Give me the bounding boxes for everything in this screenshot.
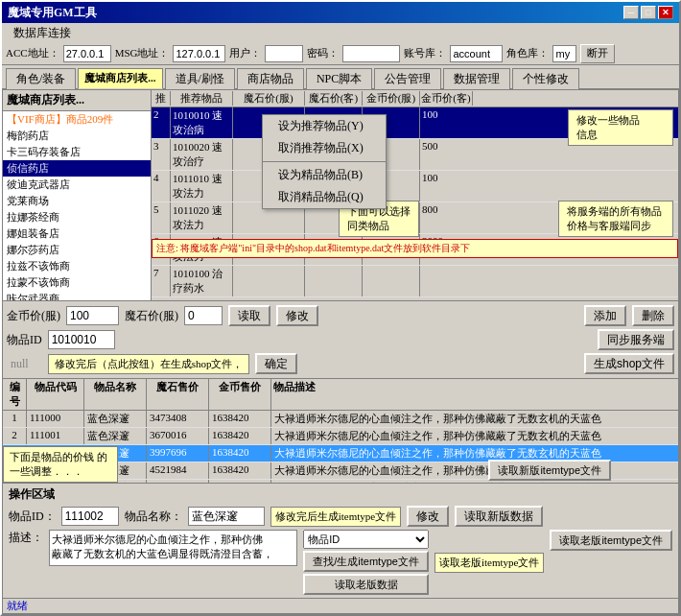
shop-item-8[interactable]: 拉兹不该饰商	[3, 258, 151, 274]
minimize-button[interactable]: ─	[623, 6, 639, 19]
right-panel: 推 推荐物品 魔石价(服) 魔石价(客) 金币价(服) 金币价(客) 2 101…	[152, 90, 678, 300]
msg-input[interactable]	[173, 45, 225, 62]
modify-button[interactable]: 修改	[276, 305, 318, 326]
null-display: null	[7, 355, 33, 373]
status-text: 就绪	[7, 599, 674, 613]
shop-list[interactable]: 【VIF商店】商品209件 梅韵药店 卡三码存装备店 侦信药店 彼迪克武器店 党…	[3, 111, 151, 300]
shop-item-7[interactable]: 娜尔莎药店	[3, 242, 151, 258]
gold-price-label: 金币价(服)	[7, 308, 60, 324]
bottom-row-1[interactable]: 1 111000 蓝色深邃 3473408 1638420 大禄逍师米尔德尼的心…	[3, 411, 678, 428]
tab-item[interactable]: 道具/刷怪	[165, 68, 235, 89]
col-desc: 物品描述	[271, 379, 678, 410]
role-input[interactable]	[552, 45, 576, 62]
middle-row-1: 金币价(服) 魔石价(服) 读取 修改 添加 删除	[7, 305, 674, 326]
bottom-row-2[interactable]: 2 111001 蓝色深邃 3670016 1638420 大禄逍师米尔德尼的心…	[3, 428, 678, 445]
bottom-rows[interactable]: 1 111000 蓝色深邃 3473408 1638420 大禄逍师米尔德尼的心…	[3, 411, 678, 483]
generate-shop-button[interactable]: 生成shop文件	[584, 353, 674, 374]
ctx-cancel-quality[interactable]: 取消精品物品(Q)	[263, 186, 386, 208]
tooltip-price-adjust: 下面是物品的价钱 的一些调整．．．	[3, 446, 118, 483]
top-section: 魔城商店列表... 【VIF商店】商品209件 梅韵药店 卡三码存装备店 侦信药…	[3, 90, 678, 301]
read-new-itemtype-btn[interactable]: 读取新版itemtype文件	[488, 460, 611, 481]
confirm-note: 修改完后（点此按纽）在生成shop文件，	[48, 354, 250, 374]
bottom-section: 编号 物品代码 物品名称 魔石售价 金币售价 物品描述 1 111000 蓝色深…	[3, 379, 678, 613]
user-label: 用户：	[229, 46, 261, 60]
shop-item-vip[interactable]: 【VIF商店】商品209件	[3, 111, 151, 128]
shop-item-4[interactable]: 党莱商场	[3, 193, 151, 209]
tab-shop[interactable]: 魔城商店列表...	[78, 68, 162, 89]
ctx-set-recommend[interactable]: 设为推荐物品(Y)	[263, 115, 386, 137]
product-row-3[interactable]: 4 1011010 速攻法力 100	[152, 171, 678, 202]
shop-item-5[interactable]: 拉娜茶经商	[3, 209, 151, 225]
tabs-row: 角色/装备 魔城商店列表... 道具/刷怪 商店物品 NPC脚本 公告管理 数据…	[2, 65, 679, 89]
maximize-button[interactable]: □	[641, 6, 656, 19]
pwd-input[interactable]	[342, 45, 400, 62]
tab-shop-item[interactable]: 商店物品	[237, 68, 304, 89]
main-content: 魔城商店列表... 【VIF商店】商品209件 梅韵药店 卡三码存装备店 侦信药…	[2, 89, 679, 614]
col-gold-cli: 金币价(客)	[420, 91, 473, 106]
acc-input[interactable]	[63, 45, 111, 62]
middle-section: 金币价(服) 魔石价(服) 读取 修改 添加 删除 物品ID 同步服务端 nul…	[3, 301, 678, 379]
desc-controls: 物品ID 查找/生成itemtype文件 读取老版数据	[303, 530, 429, 595]
shop-item-10[interactable]: 咔尔武器商	[3, 291, 151, 300]
bottom-table-header: 编号 物品代码 物品名称 魔石售价 金币售价 物品描述	[3, 379, 678, 411]
shop-item-1[interactable]: 梅韵药店	[3, 128, 151, 144]
col-ms-cli: 魔石价(客)	[305, 91, 363, 106]
status-bar: 就绪	[3, 598, 678, 613]
product-id-dropdown[interactable]: 物品ID	[303, 530, 429, 549]
db-label: 账号库：	[404, 46, 446, 60]
shop-list-header: 魔城商店列表...	[3, 90, 151, 111]
menu-item-db[interactable]: 数据库连接	[6, 23, 79, 43]
context-menu: 设为推荐物品(Y) 取消推荐物品(X) 设为精品物品(B) 取消精品物品(Q)	[262, 114, 387, 209]
main-window: 魔域专用GM工具 ─ □ ✕ 数据库连接 ACC地址： MSG地址： 用户： 密…	[0, 0, 681, 616]
role-label: 角色库：	[506, 46, 549, 60]
middle-row-2: 物品ID 同步服务端	[7, 329, 674, 350]
tab-role[interactable]: 角色/装备	[6, 68, 76, 89]
middle-row-3: null 修改完后（点此按纽）在生成shop文件， 确定 生成shop文件	[7, 353, 674, 374]
tab-npc[interactable]: NPC脚本	[306, 68, 372, 89]
ctx-set-quality[interactable]: 设为精品物品(B)	[263, 164, 386, 186]
db-input[interactable]	[450, 45, 503, 62]
col-ms-srv: 魔石价(服)	[233, 91, 305, 106]
confirm-button[interactable]: 确定	[255, 353, 297, 374]
read-button[interactable]: 读取	[228, 305, 270, 326]
shop-item-6[interactable]: 娜姐装备店	[3, 225, 151, 242]
product-id-input[interactable]	[48, 330, 115, 349]
read-old2-btn[interactable]: 读取老版itemtype文件	[550, 530, 672, 551]
product-row-6[interactable]: 7 1010100 治疗药水	[152, 266, 678, 297]
title-bar: 魔域专用GM工具 ─ □ ✕	[2, 2, 679, 23]
add-button[interactable]: 添加	[584, 305, 626, 326]
tab-data[interactable]: 数据管理	[443, 68, 510, 89]
ctx-cancel-recommend[interactable]: 取消推荐物品(X)	[263, 137, 386, 159]
ops-title: 操作区域	[9, 486, 672, 503]
ops-modify-btn[interactable]: 修改	[407, 506, 449, 527]
read-old-btn[interactable]: 读取老版数据	[303, 574, 429, 595]
col-extra	[473, 91, 678, 106]
shop-item-selected[interactable]: 侦信药店	[3, 160, 151, 177]
ms-price-input[interactable]	[184, 306, 223, 325]
delete-button[interactable]: 删除	[632, 305, 674, 326]
tab-custom[interactable]: 个性修改	[512, 68, 579, 89]
shop-item-2[interactable]: 卡三码存装备店	[3, 144, 151, 160]
close-button[interactable]: ✕	[658, 6, 673, 19]
tooltip-modify-info: 修改一些物品信息	[568, 109, 673, 146]
ms-price-label: 魔石价(服)	[125, 308, 178, 324]
ops-product-name-input[interactable]	[188, 507, 265, 526]
col-name: 物品名称	[84, 379, 147, 410]
shop-item-3[interactable]: 彼迪克武器店	[3, 177, 151, 193]
search-generate-btn[interactable]: 查找/生成itemtype文件	[303, 551, 429, 572]
tab-announce[interactable]: 公告管理	[374, 68, 441, 89]
col-code: 物品代码	[27, 379, 84, 410]
ops-product-id-label: 物品ID：	[9, 509, 56, 525]
ops-product-id-input[interactable]	[61, 507, 119, 526]
connect-button[interactable]: 断开	[580, 44, 615, 63]
user-input[interactable]	[265, 45, 303, 62]
shop-item-9[interactable]: 拉蒙不该饰商	[3, 274, 151, 291]
desc-textarea[interactable]: 大禄逍师米尔德尼的心血倾注之作，那种仿佛 蔽藏了无数玄机的大蓝色调显得既清澄目含…	[49, 530, 297, 566]
ops-area: 操作区域 物品ID： 物品名称： 修改完后生成itemtype文件 修改 读取新…	[3, 483, 678, 598]
acc-label: ACC地址：	[6, 46, 59, 60]
ops-read-new-btn[interactable]: 读取新版数据	[455, 506, 543, 527]
col-gold: 金币售价	[209, 379, 271, 410]
gold-price-input[interactable]	[66, 306, 119, 325]
read-old-itemtype-note: 读取老版itemtype文件	[434, 553, 545, 573]
sync-button[interactable]: 同步服务端	[598, 329, 674, 350]
